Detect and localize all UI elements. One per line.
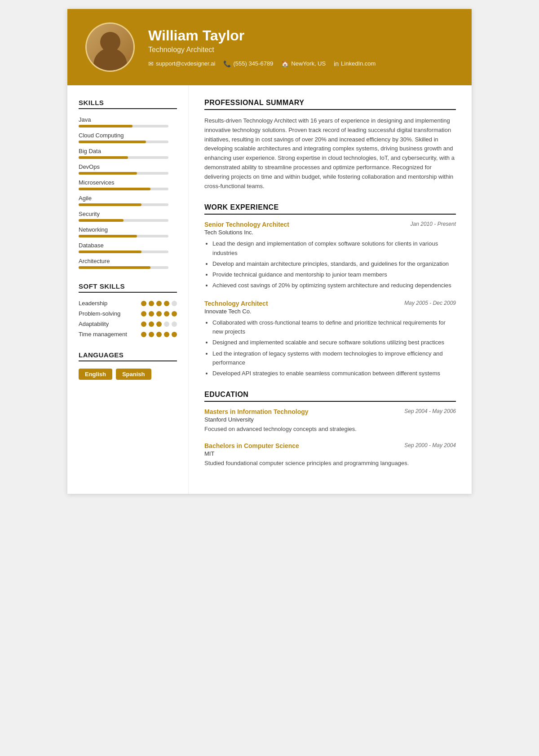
education-item: Bachelors in Computer Science Sep 2000 -… xyxy=(204,442,456,468)
email-contact: ✉ support@cvdesigner.ai xyxy=(148,60,215,67)
avatar xyxy=(85,22,135,72)
dot xyxy=(172,332,177,337)
jobs-list: Senior Technology Architect Jan 2010 - P… xyxy=(204,221,456,378)
education-section: EDUCATION Masters in Information Technol… xyxy=(204,391,456,468)
sidebar: SKILLS Java Cloud Computing Big Data Dev… xyxy=(67,85,189,494)
edu-degree: Bachelors in Computer Science xyxy=(204,442,299,449)
edu-date: Sep 2000 - May 2004 xyxy=(404,442,456,448)
skill-bar xyxy=(79,203,168,206)
soft-skills-heading: SOFT SKILLS xyxy=(79,282,177,293)
edu-header: Bachelors in Computer Science Sep 2000 -… xyxy=(204,442,456,449)
candidate-title: Technology Architect xyxy=(148,46,454,54)
dot xyxy=(172,311,177,316)
soft-skill-name: Problem-solving xyxy=(79,310,124,317)
job-header: Senior Technology Architect Jan 2010 - P… xyxy=(204,221,456,228)
job-bullet: Collaborated with cross-functional teams… xyxy=(212,318,456,336)
job-header: Technology Architect May 2005 - Dec 2009 xyxy=(204,300,456,307)
edu-header: Masters in Information Technology Sep 20… xyxy=(204,408,456,415)
job-bullets: Collaborated with cross-functional teams… xyxy=(204,318,456,378)
dot xyxy=(156,301,162,306)
dot xyxy=(141,301,146,306)
soft-skill-row: Time management xyxy=(79,331,177,338)
soft-skill-name: Time management xyxy=(79,331,127,338)
edu-description: Focused on advanced technology concepts … xyxy=(204,425,456,434)
education-heading: EDUCATION xyxy=(204,391,456,402)
dot xyxy=(172,321,177,327)
skill-bar xyxy=(79,172,168,175)
dot xyxy=(149,311,154,316)
summary-heading: PROFESSIONAL SUMMARY xyxy=(204,99,456,110)
skill-item: Agile xyxy=(79,195,177,206)
phone-contact: 📞 (555) 345-6789 xyxy=(223,60,273,67)
languages-section: LANGUAGES EnglishSpanish xyxy=(79,351,177,380)
skill-item: DevOps xyxy=(79,163,177,175)
skill-item: Networking xyxy=(79,226,177,237)
dot xyxy=(156,321,162,327)
skill-bar xyxy=(79,141,168,143)
skill-bar-fill xyxy=(79,172,137,175)
skill-name: DevOps xyxy=(79,163,177,170)
work-heading: WORK EXPERIENCE xyxy=(204,203,456,215)
soft-skills-section: SOFT SKILLS Leadership Problem-solving A… xyxy=(79,282,177,338)
job-bullet: Led the integration of legacy systems wi… xyxy=(212,349,456,367)
skill-name: Networking xyxy=(79,226,177,233)
email-value: support@cvdesigner.ai xyxy=(156,60,215,67)
edu-date: Sep 2004 - May 2006 xyxy=(404,408,456,414)
skill-bar-fill xyxy=(79,235,137,237)
language-tag: Spanish xyxy=(116,369,151,380)
skill-bar-fill xyxy=(79,188,150,190)
skill-bar xyxy=(79,266,168,269)
skill-item: Architecture xyxy=(79,258,177,269)
contact-row: ✉ support@cvdesigner.ai 📞 (555) 345-6789… xyxy=(148,60,454,67)
dots xyxy=(141,311,177,316)
skill-bar-fill xyxy=(79,125,133,127)
edu-school: Stanford University xyxy=(204,416,456,423)
skill-bar-fill xyxy=(79,251,141,253)
location-value: NewYork, US xyxy=(291,60,326,67)
job-title: Technology Architect xyxy=(204,300,268,307)
skill-bar-fill xyxy=(79,219,124,222)
phone-value: (555) 345-6789 xyxy=(233,60,273,67)
dot xyxy=(164,321,169,327)
skill-name: Big Data xyxy=(79,148,177,154)
edu-school: MIT xyxy=(204,450,456,457)
soft-skill-name: Leadership xyxy=(79,300,124,307)
linkedin-contact: in LinkedIn.com xyxy=(334,60,376,67)
skills-list: Java Cloud Computing Big Data DevOps Mic… xyxy=(79,116,177,269)
edu-description: Studied foundational computer science pr… xyxy=(204,459,456,468)
skill-bar xyxy=(79,156,168,159)
language-tags: EnglishSpanish xyxy=(79,369,177,380)
soft-skill-row: Problem-solving xyxy=(79,310,177,317)
skill-bar xyxy=(79,235,168,237)
skill-item: Cloud Computing xyxy=(79,132,177,143)
job-date: May 2005 - Dec 2009 xyxy=(404,300,456,306)
skill-bar xyxy=(79,251,168,253)
job-bullet: Provide technical guidance and mentorshi… xyxy=(212,270,456,279)
dot xyxy=(149,321,154,327)
dot xyxy=(156,311,162,316)
skill-item: Microservices xyxy=(79,179,177,190)
job-bullet: Achieved cost savings of 20% by optimizi… xyxy=(212,281,456,290)
dot xyxy=(164,301,169,306)
job-date: Jan 2010 - Present xyxy=(411,221,456,227)
dot xyxy=(164,311,169,316)
job-bullet: Developed API strategies to enable seaml… xyxy=(212,369,456,378)
soft-skill-row: Adaptability xyxy=(79,321,177,327)
soft-skills-list: Leadership Problem-solving Adaptability … xyxy=(79,300,177,338)
education-list: Masters in Information Technology Sep 20… xyxy=(204,408,456,468)
summary-text: Results-driven Technology Architect with… xyxy=(204,116,456,191)
edu-degree: Masters in Information Technology xyxy=(204,408,309,415)
dot xyxy=(156,332,162,337)
skill-name: Java xyxy=(79,116,177,123)
languages-heading: LANGUAGES xyxy=(79,351,177,361)
body: SKILLS Java Cloud Computing Big Data Dev… xyxy=(67,85,472,494)
job-bullets: Lead the design and implementation of co… xyxy=(204,239,456,290)
email-icon: ✉ xyxy=(148,60,154,67)
skill-bar-fill xyxy=(79,141,146,143)
dot xyxy=(141,332,146,337)
skills-section: SKILLS Java Cloud Computing Big Data Dev… xyxy=(79,99,177,269)
skill-item: Java xyxy=(79,116,177,127)
job-item: Senior Technology Architect Jan 2010 - P… xyxy=(204,221,456,290)
skill-bar-fill xyxy=(79,266,150,269)
dot xyxy=(149,301,154,306)
